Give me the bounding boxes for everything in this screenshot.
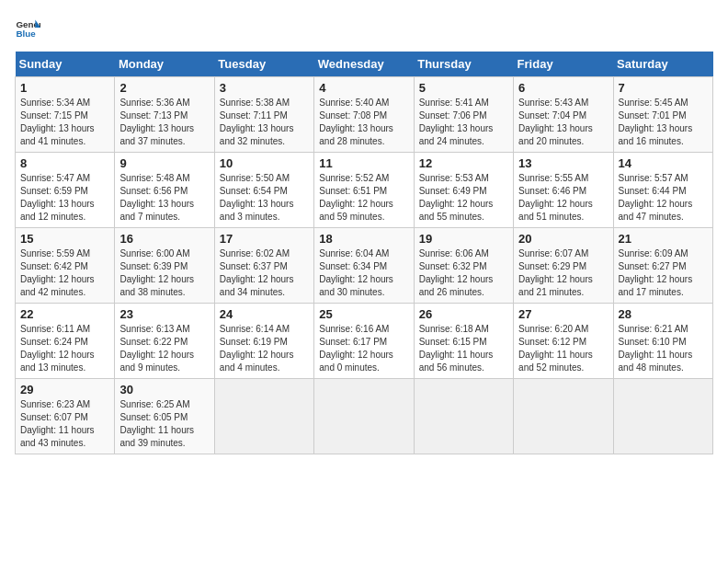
calendar-day-cell: 6Sunrise: 5:43 AM Sunset: 7:04 PM Daylig…: [514, 77, 613, 153]
calendar-day-cell: 3Sunrise: 5:38 AM Sunset: 7:11 PM Daylig…: [214, 77, 313, 153]
calendar-week-row: 8Sunrise: 5:47 AM Sunset: 6:59 PM Daylig…: [16, 153, 713, 228]
day-info: Sunrise: 6:06 AM Sunset: 6:32 PM Dayligh…: [419, 247, 508, 299]
day-number: 17: [220, 232, 309, 246]
day-number: 22: [20, 307, 109, 321]
day-info: Sunrise: 6:21 AM Sunset: 6:10 PM Dayligh…: [619, 323, 708, 374]
calendar-day-cell: 23Sunrise: 6:13 AM Sunset: 6:22 PM Dayli…: [115, 304, 214, 379]
day-info: Sunrise: 5:36 AM Sunset: 7:13 PM Dayligh…: [119, 97, 209, 148]
day-number: 28: [619, 307, 708, 321]
day-info: Sunrise: 5:57 AM Sunset: 6:44 PM Dayligh…: [619, 172, 708, 224]
day-number: 8: [20, 156, 109, 170]
day-info: Sunrise: 5:40 AM Sunset: 7:08 PM Dayligh…: [319, 97, 408, 148]
day-number: 29: [20, 383, 109, 396]
calendar-day-cell: 11Sunrise: 5:52 AM Sunset: 6:51 PM Dayli…: [314, 153, 414, 228]
calendar-day-cell: 19Sunrise: 6:06 AM Sunset: 6:32 PM Dayli…: [414, 228, 513, 304]
day-info: Sunrise: 6:14 AM Sunset: 6:19 PM Dayligh…: [220, 323, 309, 374]
day-info: Sunrise: 5:47 AM Sunset: 6:59 PM Dayligh…: [20, 172, 109, 224]
day-number: 21: [619, 232, 708, 246]
day-number: 5: [419, 81, 508, 95]
calendar-day-cell: 9Sunrise: 5:48 AM Sunset: 6:56 PM Daylig…: [115, 153, 214, 228]
day-info: Sunrise: 6:23 AM Sunset: 6:07 PM Dayligh…: [20, 398, 109, 450]
day-info: Sunrise: 6:16 AM Sunset: 6:17 PM Dayligh…: [319, 323, 408, 374]
calendar-day-cell: 24Sunrise: 6:14 AM Sunset: 6:19 PM Dayli…: [214, 304, 313, 379]
calendar-day-cell: 7Sunrise: 5:45 AM Sunset: 7:01 PM Daylig…: [613, 77, 712, 153]
calendar-day-cell: 12Sunrise: 5:53 AM Sunset: 6:49 PM Dayli…: [414, 153, 513, 228]
calendar-day-cell: 1Sunrise: 5:34 AM Sunset: 7:15 PM Daylig…: [16, 77, 115, 153]
day-number: 13: [518, 156, 608, 170]
calendar-day-cell: 27Sunrise: 6:20 AM Sunset: 6:12 PM Dayli…: [514, 304, 613, 379]
day-info: Sunrise: 5:53 AM Sunset: 6:49 PM Dayligh…: [419, 172, 508, 224]
calendar-day-cell: 17Sunrise: 6:02 AM Sunset: 6:37 PM Dayli…: [214, 228, 313, 304]
calendar-day-cell: [214, 379, 313, 454]
day-info: Sunrise: 5:55 AM Sunset: 6:46 PM Dayligh…: [518, 172, 608, 224]
calendar-header-row: SundayMondayTuesdayWednesdayThursdayFrid…: [16, 52, 713, 77]
calendar-week-row: 1Sunrise: 5:34 AM Sunset: 7:15 PM Daylig…: [16, 77, 713, 153]
day-info: Sunrise: 6:07 AM Sunset: 6:29 PM Dayligh…: [518, 247, 608, 299]
calendar-week-row: 22Sunrise: 6:11 AM Sunset: 6:24 PM Dayli…: [16, 304, 713, 379]
day-info: Sunrise: 5:38 AM Sunset: 7:11 PM Dayligh…: [220, 97, 309, 148]
calendar-week-row: 29Sunrise: 6:23 AM Sunset: 6:07 PM Dayli…: [16, 379, 713, 454]
day-of-week-header: Tuesday: [214, 52, 313, 77]
day-info: Sunrise: 5:34 AM Sunset: 7:15 PM Dayligh…: [20, 97, 109, 148]
day-info: Sunrise: 6:20 AM Sunset: 6:12 PM Dayligh…: [518, 323, 608, 374]
day-of-week-header: Saturday: [613, 52, 712, 77]
calendar-day-cell: [314, 379, 414, 454]
calendar-day-cell: 5Sunrise: 5:41 AM Sunset: 7:06 PM Daylig…: [414, 77, 513, 153]
day-info: Sunrise: 5:45 AM Sunset: 7:01 PM Dayligh…: [619, 97, 708, 148]
calendar-day-cell: 28Sunrise: 6:21 AM Sunset: 6:10 PM Dayli…: [613, 304, 712, 379]
logo: General Blue: [15, 15, 44, 40]
calendar-day-cell: 29Sunrise: 6:23 AM Sunset: 6:07 PM Dayli…: [16, 379, 115, 454]
day-number: 24: [220, 307, 309, 321]
day-number: 15: [20, 232, 109, 246]
day-of-week-header: Monday: [115, 52, 214, 77]
day-number: 16: [119, 232, 209, 246]
calendar-day-cell: [514, 379, 613, 454]
logo-icon: General Blue: [15, 15, 40, 40]
day-info: Sunrise: 6:13 AM Sunset: 6:22 PM Dayligh…: [119, 323, 209, 374]
day-number: 18: [319, 232, 408, 246]
day-info: Sunrise: 5:43 AM Sunset: 7:04 PM Dayligh…: [518, 97, 608, 148]
page-header: General Blue: [15, 15, 713, 40]
calendar-day-cell: 8Sunrise: 5:47 AM Sunset: 6:59 PM Daylig…: [16, 153, 115, 228]
day-info: Sunrise: 5:59 AM Sunset: 6:42 PM Dayligh…: [20, 247, 109, 299]
day-number: 1: [20, 81, 109, 95]
day-number: 30: [119, 383, 209, 396]
day-number: 10: [220, 156, 309, 170]
day-number: 7: [619, 81, 708, 95]
calendar-day-cell: 13Sunrise: 5:55 AM Sunset: 6:46 PM Dayli…: [514, 153, 613, 228]
day-info: Sunrise: 5:41 AM Sunset: 7:06 PM Dayligh…: [419, 97, 508, 148]
day-number: 19: [419, 232, 508, 246]
calendar-day-cell: 4Sunrise: 5:40 AM Sunset: 7:08 PM Daylig…: [314, 77, 414, 153]
day-number: 23: [119, 307, 209, 321]
day-info: Sunrise: 5:48 AM Sunset: 6:56 PM Dayligh…: [119, 172, 209, 224]
day-number: 20: [518, 232, 608, 246]
day-of-week-header: Wednesday: [314, 52, 414, 77]
day-info: Sunrise: 6:00 AM Sunset: 6:39 PM Dayligh…: [119, 247, 209, 299]
day-of-week-header: Sunday: [16, 52, 115, 77]
day-info: Sunrise: 6:09 AM Sunset: 6:27 PM Dayligh…: [619, 247, 708, 299]
calendar-day-cell: 14Sunrise: 5:57 AM Sunset: 6:44 PM Dayli…: [613, 153, 712, 228]
day-info: Sunrise: 5:52 AM Sunset: 6:51 PM Dayligh…: [319, 172, 408, 224]
day-number: 3: [220, 81, 309, 95]
calendar-week-row: 15Sunrise: 5:59 AM Sunset: 6:42 PM Dayli…: [16, 228, 713, 304]
calendar-day-cell: 2Sunrise: 5:36 AM Sunset: 7:13 PM Daylig…: [115, 77, 214, 153]
calendar-table: SundayMondayTuesdayWednesdayThursdayFrid…: [15, 52, 713, 454]
day-number: 27: [518, 307, 608, 321]
day-number: 9: [119, 156, 209, 170]
day-number: 14: [619, 156, 708, 170]
day-number: 2: [119, 81, 209, 95]
calendar-day-cell: 22Sunrise: 6:11 AM Sunset: 6:24 PM Dayli…: [16, 304, 115, 379]
calendar-day-cell: 20Sunrise: 6:07 AM Sunset: 6:29 PM Dayli…: [514, 228, 613, 304]
day-info: Sunrise: 5:50 AM Sunset: 6:54 PM Dayligh…: [220, 172, 309, 224]
day-info: Sunrise: 6:25 AM Sunset: 6:05 PM Dayligh…: [119, 398, 209, 450]
day-number: 26: [419, 307, 508, 321]
calendar-day-cell: 30Sunrise: 6:25 AM Sunset: 6:05 PM Dayli…: [115, 379, 214, 454]
calendar-day-cell: 15Sunrise: 5:59 AM Sunset: 6:42 PM Dayli…: [16, 228, 115, 304]
day-of-week-header: Friday: [514, 52, 613, 77]
day-number: 6: [518, 81, 608, 95]
svg-text:Blue: Blue: [16, 29, 36, 39]
calendar-body: 1Sunrise: 5:34 AM Sunset: 7:15 PM Daylig…: [16, 77, 713, 454]
calendar-day-cell: [613, 379, 712, 454]
day-number: 25: [319, 307, 408, 321]
calendar-day-cell: 25Sunrise: 6:16 AM Sunset: 6:17 PM Dayli…: [314, 304, 414, 379]
